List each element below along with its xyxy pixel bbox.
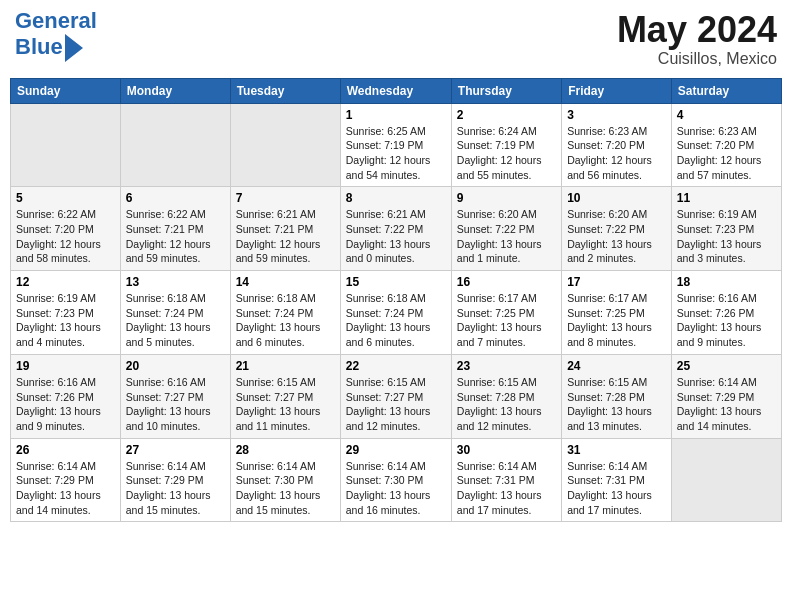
calendar-day-cell: 1Sunrise: 6:25 AMSunset: 7:19 PMDaylight… (340, 103, 451, 187)
calendar-day-cell: 17Sunrise: 6:17 AMSunset: 7:25 PMDayligh… (562, 271, 672, 355)
calendar-day-cell: 22Sunrise: 6:15 AMSunset: 7:27 PMDayligh… (340, 354, 451, 438)
calendar-day-cell (11, 103, 121, 187)
day-number: 6 (126, 191, 225, 205)
weekday-header-cell: Wednesday (340, 78, 451, 103)
day-info: Sunrise: 6:18 AMSunset: 7:24 PMDaylight:… (346, 291, 446, 350)
day-info: Sunrise: 6:18 AMSunset: 7:24 PMDaylight:… (126, 291, 225, 350)
day-info: Sunrise: 6:14 AMSunset: 7:29 PMDaylight:… (126, 459, 225, 518)
calendar-day-cell: 26Sunrise: 6:14 AMSunset: 7:29 PMDayligh… (11, 438, 121, 522)
day-info: Sunrise: 6:21 AMSunset: 7:22 PMDaylight:… (346, 207, 446, 266)
day-number: 27 (126, 443, 225, 457)
calendar-day-cell: 29Sunrise: 6:14 AMSunset: 7:30 PMDayligh… (340, 438, 451, 522)
day-info: Sunrise: 6:19 AMSunset: 7:23 PMDaylight:… (16, 291, 115, 350)
day-info: Sunrise: 6:15 AMSunset: 7:28 PMDaylight:… (567, 375, 666, 434)
location-subtitle: Cuisillos, Mexico (617, 50, 777, 68)
calendar-day-cell: 16Sunrise: 6:17 AMSunset: 7:25 PMDayligh… (451, 271, 561, 355)
calendar-day-cell: 6Sunrise: 6:22 AMSunset: 7:21 PMDaylight… (120, 187, 230, 271)
day-info: Sunrise: 6:18 AMSunset: 7:24 PMDaylight:… (236, 291, 335, 350)
calendar-day-cell: 24Sunrise: 6:15 AMSunset: 7:28 PMDayligh… (562, 354, 672, 438)
day-number: 15 (346, 275, 446, 289)
calendar-day-cell (120, 103, 230, 187)
day-info: Sunrise: 6:20 AMSunset: 7:22 PMDaylight:… (457, 207, 556, 266)
title-block: May 2024 Cuisillos, Mexico (617, 10, 777, 68)
weekday-header-row: SundayMondayTuesdayWednesdayThursdayFrid… (11, 78, 782, 103)
calendar-day-cell: 8Sunrise: 6:21 AMSunset: 7:22 PMDaylight… (340, 187, 451, 271)
calendar-day-cell: 15Sunrise: 6:18 AMSunset: 7:24 PMDayligh… (340, 271, 451, 355)
day-number: 13 (126, 275, 225, 289)
page-header: General Blue May 2024 Cuisillos, Mexico (10, 10, 782, 68)
day-number: 17 (567, 275, 666, 289)
logo-general: General (15, 8, 97, 33)
calendar-day-cell: 20Sunrise: 6:16 AMSunset: 7:27 PMDayligh… (120, 354, 230, 438)
day-number: 25 (677, 359, 776, 373)
logo: General Blue (15, 10, 97, 62)
weekday-header-cell: Saturday (671, 78, 781, 103)
calendar-day-cell: 7Sunrise: 6:21 AMSunset: 7:21 PMDaylight… (230, 187, 340, 271)
day-info: Sunrise: 6:22 AMSunset: 7:20 PMDaylight:… (16, 207, 115, 266)
day-number: 9 (457, 191, 556, 205)
weekday-header-cell: Sunday (11, 78, 121, 103)
day-number: 18 (677, 275, 776, 289)
day-number: 31 (567, 443, 666, 457)
day-number: 3 (567, 108, 666, 122)
day-info: Sunrise: 6:23 AMSunset: 7:20 PMDaylight:… (567, 124, 666, 183)
day-info: Sunrise: 6:15 AMSunset: 7:27 PMDaylight:… (346, 375, 446, 434)
day-info: Sunrise: 6:25 AMSunset: 7:19 PMDaylight:… (346, 124, 446, 183)
month-title: May 2024 (617, 10, 777, 50)
calendar-day-cell: 4Sunrise: 6:23 AMSunset: 7:20 PMDaylight… (671, 103, 781, 187)
calendar-day-cell: 19Sunrise: 6:16 AMSunset: 7:26 PMDayligh… (11, 354, 121, 438)
day-info: Sunrise: 6:24 AMSunset: 7:19 PMDaylight:… (457, 124, 556, 183)
calendar-week-row: 19Sunrise: 6:16 AMSunset: 7:26 PMDayligh… (11, 354, 782, 438)
day-number: 8 (346, 191, 446, 205)
weekday-header-cell: Thursday (451, 78, 561, 103)
calendar-day-cell: 14Sunrise: 6:18 AMSunset: 7:24 PMDayligh… (230, 271, 340, 355)
day-info: Sunrise: 6:15 AMSunset: 7:28 PMDaylight:… (457, 375, 556, 434)
calendar-day-cell: 5Sunrise: 6:22 AMSunset: 7:20 PMDaylight… (11, 187, 121, 271)
calendar-week-row: 12Sunrise: 6:19 AMSunset: 7:23 PMDayligh… (11, 271, 782, 355)
day-number: 14 (236, 275, 335, 289)
day-number: 20 (126, 359, 225, 373)
calendar-day-cell: 23Sunrise: 6:15 AMSunset: 7:28 PMDayligh… (451, 354, 561, 438)
weekday-header-cell: Tuesday (230, 78, 340, 103)
calendar-week-row: 5Sunrise: 6:22 AMSunset: 7:20 PMDaylight… (11, 187, 782, 271)
day-info: Sunrise: 6:14 AMSunset: 7:31 PMDaylight:… (457, 459, 556, 518)
day-number: 10 (567, 191, 666, 205)
calendar-day-cell (671, 438, 781, 522)
day-info: Sunrise: 6:14 AMSunset: 7:30 PMDaylight:… (236, 459, 335, 518)
calendar-day-cell: 28Sunrise: 6:14 AMSunset: 7:30 PMDayligh… (230, 438, 340, 522)
calendar-table: SundayMondayTuesdayWednesdayThursdayFrid… (10, 78, 782, 523)
day-info: Sunrise: 6:14 AMSunset: 7:29 PMDaylight:… (677, 375, 776, 434)
day-info: Sunrise: 6:15 AMSunset: 7:27 PMDaylight:… (236, 375, 335, 434)
day-info: Sunrise: 6:14 AMSunset: 7:29 PMDaylight:… (16, 459, 115, 518)
day-info: Sunrise: 6:23 AMSunset: 7:20 PMDaylight:… (677, 124, 776, 183)
weekday-header-cell: Friday (562, 78, 672, 103)
calendar-day-cell: 10Sunrise: 6:20 AMSunset: 7:22 PMDayligh… (562, 187, 672, 271)
day-info: Sunrise: 6:17 AMSunset: 7:25 PMDaylight:… (457, 291, 556, 350)
day-number: 11 (677, 191, 776, 205)
calendar-day-cell: 2Sunrise: 6:24 AMSunset: 7:19 PMDaylight… (451, 103, 561, 187)
day-info: Sunrise: 6:14 AMSunset: 7:31 PMDaylight:… (567, 459, 666, 518)
day-number: 2 (457, 108, 556, 122)
logo-blue: Blue (15, 34, 63, 60)
day-number: 21 (236, 359, 335, 373)
day-number: 26 (16, 443, 115, 457)
day-number: 4 (677, 108, 776, 122)
day-number: 1 (346, 108, 446, 122)
calendar-day-cell: 13Sunrise: 6:18 AMSunset: 7:24 PMDayligh… (120, 271, 230, 355)
day-number: 19 (16, 359, 115, 373)
calendar-week-row: 26Sunrise: 6:14 AMSunset: 7:29 PMDayligh… (11, 438, 782, 522)
day-number: 23 (457, 359, 556, 373)
calendar-day-cell: 30Sunrise: 6:14 AMSunset: 7:31 PMDayligh… (451, 438, 561, 522)
day-info: Sunrise: 6:14 AMSunset: 7:30 PMDaylight:… (346, 459, 446, 518)
day-info: Sunrise: 6:22 AMSunset: 7:21 PMDaylight:… (126, 207, 225, 266)
logo-text: General (15, 10, 97, 32)
day-number: 22 (346, 359, 446, 373)
day-number: 7 (236, 191, 335, 205)
logo-arrow-icon (65, 34, 83, 62)
day-number: 30 (457, 443, 556, 457)
calendar-day-cell (230, 103, 340, 187)
day-number: 5 (16, 191, 115, 205)
day-info: Sunrise: 6:20 AMSunset: 7:22 PMDaylight:… (567, 207, 666, 266)
day-number: 28 (236, 443, 335, 457)
calendar-day-cell: 9Sunrise: 6:20 AMSunset: 7:22 PMDaylight… (451, 187, 561, 271)
